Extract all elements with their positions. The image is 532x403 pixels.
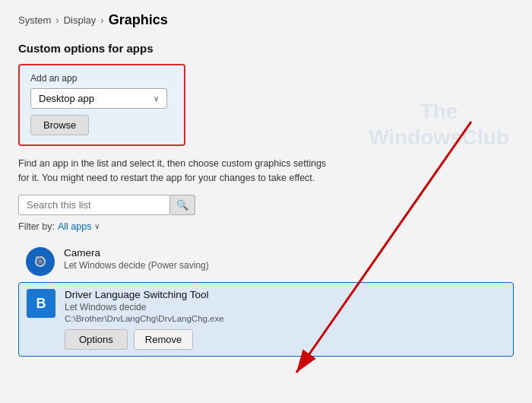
options-button[interactable]: Options xyxy=(65,329,128,350)
app-icon-camera xyxy=(26,247,55,276)
breadcrumb-system[interactable]: System xyxy=(18,14,51,26)
app-name-camera: Camera xyxy=(64,247,506,259)
add-app-label: Add an app xyxy=(30,73,173,84)
add-app-box: Add an app Desktop app ∨ Browse xyxy=(18,64,185,146)
app-sub-camera: Let Windows decide (Power saving) xyxy=(64,260,506,271)
filter-value[interactable]: All apps xyxy=(58,221,91,232)
filter-label: Filter by: xyxy=(18,221,55,232)
breadcrumb-current: Graphics xyxy=(109,12,168,28)
browse-button[interactable]: Browse xyxy=(30,115,89,135)
breadcrumb-display[interactable]: Display xyxy=(64,14,97,26)
description-text: Find an app in the list and select it, t… xyxy=(18,157,337,186)
app-list: Camera Let Windows decide (Power saving)… xyxy=(18,241,514,357)
chevron-down-icon: ∨ xyxy=(154,94,159,103)
app-name-driver: Driver Language Switching Tool xyxy=(65,289,505,300)
filter-row[interactable]: Filter by: All apps ∨ xyxy=(18,221,514,232)
app-info-driver: Driver Language Switching Tool Let Windo… xyxy=(65,289,505,350)
app-path-driver: C:\Brother\DrvLangChg\DrvLangChg.exe xyxy=(65,314,505,323)
svg-rect-3 xyxy=(36,256,40,259)
search-icon: 🔍 xyxy=(176,199,188,211)
app-item-camera[interactable]: Camera Let Windows decide (Power saving) xyxy=(18,241,514,282)
breadcrumb-sep2: › xyxy=(100,14,103,26)
breadcrumb: System › Display › Graphics xyxy=(18,12,514,28)
section-title: Custom options for apps xyxy=(18,42,514,55)
breadcrumb-sep1: › xyxy=(55,14,59,26)
app-sub-driver: Let Windows decide xyxy=(65,302,505,313)
search-row: 🔍 xyxy=(18,195,514,215)
app-item-driver[interactable]: B Driver Language Switching Tool Let Win… xyxy=(18,282,514,357)
search-input[interactable] xyxy=(18,195,170,215)
app-actions-driver: Options Remove xyxy=(65,329,505,350)
svg-point-2 xyxy=(38,259,43,264)
filter-chevron-icon: ∨ xyxy=(94,222,100,230)
search-button[interactable]: 🔍 xyxy=(170,195,195,215)
settings-page: System › Display › Graphics Custom optio… xyxy=(0,0,532,403)
app-icon-driver: B xyxy=(27,289,55,318)
app-type-dropdown[interactable]: Desktop app ∨ xyxy=(30,88,167,109)
remove-button[interactable]: Remove xyxy=(134,329,193,350)
svg-text:B: B xyxy=(36,296,46,311)
app-info-camera: Camera Let Windows decide (Power saving) xyxy=(64,247,506,271)
dropdown-value: Desktop app xyxy=(39,93,94,104)
watermark: The WindowsClub xyxy=(369,99,509,150)
